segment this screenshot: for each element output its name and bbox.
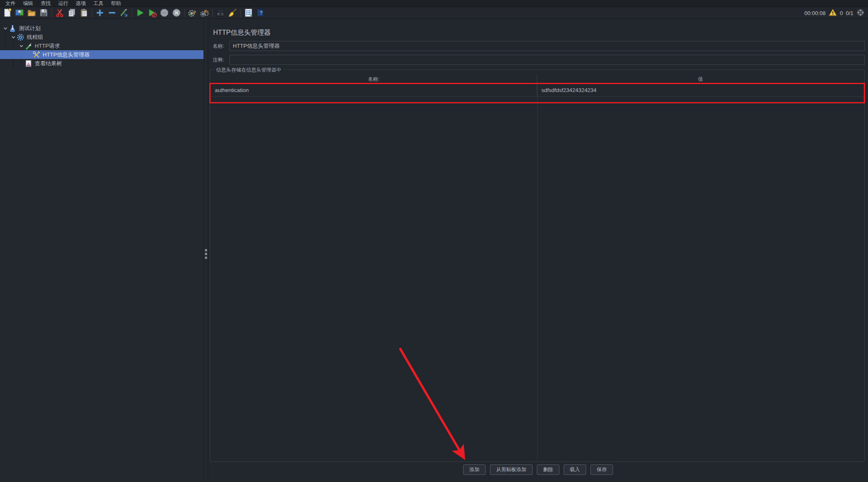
name-label: 名称: xyxy=(213,43,229,50)
tree-node-4[interactable]: 查看结果树 xyxy=(0,59,203,68)
save-button[interactable]: 保存 xyxy=(590,464,613,475)
cut-icon[interactable] xyxy=(54,8,66,18)
toolbar-separator xyxy=(184,9,185,17)
svg-text:?: ? xyxy=(260,10,263,16)
new-file-icon[interactable] xyxy=(1,8,13,18)
results-tree-icon xyxy=(25,60,32,67)
help-icon[interactable]: ? xyxy=(255,8,267,18)
menu-item-0[interactable]: 文件 xyxy=(2,0,19,8)
menu-item-5[interactable]: 工具 xyxy=(90,0,107,8)
table-cell[interactable]: authentication xyxy=(211,84,537,96)
stop-icon[interactable]: STOP xyxy=(158,8,170,18)
thread-count: 0/1 xyxy=(846,10,853,16)
delete-button[interactable]: 删除 xyxy=(537,464,559,475)
headers-table: 名称:值 authenticationsdfsdfdsf23424324234 xyxy=(211,75,864,461)
paste-icon[interactable] xyxy=(78,8,90,18)
remote-stop-all-icon[interactable] xyxy=(198,8,211,18)
chevron-down-icon[interactable] xyxy=(18,43,25,49)
tree-node-1[interactable]: 线程组 xyxy=(0,33,203,41)
templates-icon[interactable] xyxy=(13,8,26,18)
groupbox-title: 信息头存储在信息头管理器中 xyxy=(214,67,283,74)
comment-input[interactable] xyxy=(229,55,865,65)
svg-text:STOP: STOP xyxy=(162,12,167,14)
start-no-timers-icon[interactable] xyxy=(146,8,158,18)
expand-all-icon[interactable] xyxy=(94,8,106,18)
tree-node-label: HTTP请求 xyxy=(35,42,60,50)
tree-node-label: HTTP信息头管理器 xyxy=(43,51,90,59)
test-plan-tree: 测试计划线程组HTTP请求HTTP信息头管理器查看结果树 xyxy=(0,19,203,482)
search-icon[interactable] xyxy=(214,8,227,18)
tree-node-3[interactable]: HTTP信息头管理器 xyxy=(0,50,203,59)
table-column-header-1[interactable]: 值 xyxy=(537,75,864,83)
chevron-placeholder xyxy=(18,60,25,67)
load-button[interactable]: 载入 xyxy=(564,464,586,475)
splitter-grip-icon[interactable] xyxy=(205,249,207,259)
menu-item-2[interactable]: 查找 xyxy=(37,0,54,8)
toolbar-separator xyxy=(52,9,52,17)
collapse-all-icon[interactable] xyxy=(106,8,118,18)
menu-bar: 文件编辑查找运行选项工具帮助 xyxy=(0,0,868,7)
table-button-row: 添加从剪贴板添加删除载入保存 xyxy=(208,464,868,475)
test-plan-icon xyxy=(9,25,16,32)
tree-node-label: 测试计划 xyxy=(19,25,41,32)
thread-group-icon xyxy=(17,33,24,41)
add-from-clipboard-button[interactable]: 从剪贴板添加 xyxy=(490,464,533,475)
name-input[interactable] xyxy=(229,41,865,51)
run-status-icon xyxy=(856,8,865,18)
panel-splitter[interactable] xyxy=(203,19,208,482)
save-icon[interactable] xyxy=(38,8,50,18)
tree-node-2[interactable]: HTTP请求 xyxy=(0,41,203,50)
table-cell[interactable]: sdfsdfdsf23424324234 xyxy=(537,84,864,96)
toolbar-separator xyxy=(212,9,213,17)
toolbar-separator xyxy=(240,9,241,17)
tree-node-label: 查看结果树 xyxy=(35,60,62,67)
chevron-down-icon[interactable] xyxy=(2,25,9,32)
toolbar-separator xyxy=(92,9,92,17)
menu-item-6[interactable]: 帮助 xyxy=(107,0,125,8)
open-icon[interactable] xyxy=(26,8,38,18)
copy-icon[interactable] xyxy=(66,8,78,18)
table-column-header-0[interactable]: 名称: xyxy=(211,75,537,83)
menu-item-1[interactable]: 编辑 xyxy=(19,0,37,8)
toolbar-separator xyxy=(132,9,132,17)
toolbar: STOP? 00:00:08 0 0/1 xyxy=(0,7,868,19)
shutdown-icon[interactable] xyxy=(170,8,183,18)
headers-table-header: 名称:值 xyxy=(211,75,864,84)
elapsed-time: 00:00:08 xyxy=(804,10,826,16)
function-helper-icon[interactable] xyxy=(242,8,255,18)
page-title: HTTP信息头管理器 xyxy=(213,28,271,37)
clear-all-icon[interactable] xyxy=(227,8,239,18)
comment-label: 注释: xyxy=(213,56,229,64)
headers-groupbox: 信息头存储在信息头管理器中 名称:值 authenticationsdfsdfd… xyxy=(210,69,865,462)
table-column-divider xyxy=(537,84,538,461)
toggle-icon[interactable] xyxy=(118,8,130,18)
remote-start-all-icon[interactable] xyxy=(186,8,198,18)
chevron-down-icon[interactable] xyxy=(10,34,17,41)
http-request-icon xyxy=(25,42,32,50)
header-manager-icon xyxy=(33,51,40,59)
add-button[interactable]: 添加 xyxy=(463,464,486,475)
menu-item-4[interactable]: 选项 xyxy=(72,0,90,8)
error-count: 0 xyxy=(840,10,843,16)
start-icon[interactable] xyxy=(134,8,146,18)
chevron-placeholder xyxy=(26,51,33,58)
header-manager-panel: HTTP信息头管理器 名称: 注释: 信息头存储在信息头管理器中 名称:值 au… xyxy=(208,19,868,482)
status-area: 00:00:08 0 0/1 xyxy=(804,7,865,19)
menu-item-3[interactable]: 运行 xyxy=(54,0,72,8)
tree-node-0[interactable]: 测试计划 xyxy=(0,24,203,33)
tree-node-label: 线程组 xyxy=(27,33,43,41)
warning-triangle-icon[interactable] xyxy=(829,8,837,18)
